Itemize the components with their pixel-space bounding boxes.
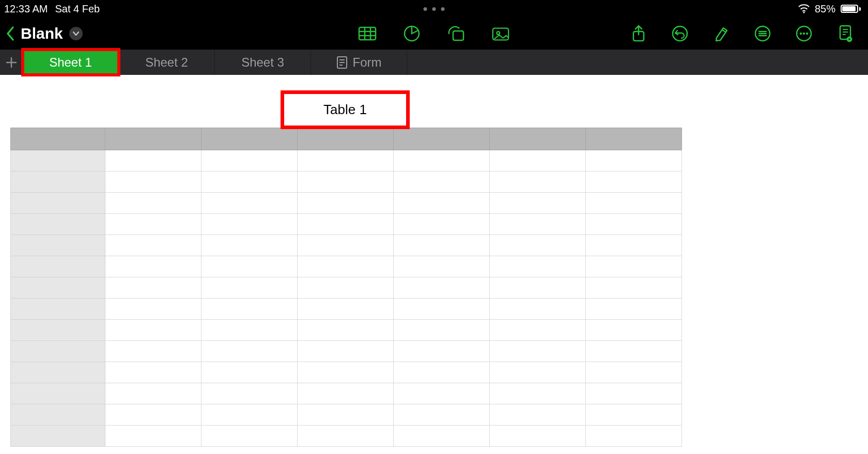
table-corner-cell[interactable] bbox=[11, 128, 105, 150]
cell[interactable] bbox=[586, 256, 682, 277]
cell[interactable] bbox=[298, 214, 394, 235]
cell[interactable] bbox=[202, 235, 298, 256]
cell[interactable] bbox=[202, 404, 298, 426]
row-header[interactable] bbox=[11, 404, 105, 426]
cell[interactable] bbox=[490, 383, 586, 404]
cell[interactable] bbox=[298, 277, 394, 299]
row-header[interactable] bbox=[11, 235, 105, 256]
cell[interactable] bbox=[394, 341, 490, 362]
cell[interactable] bbox=[298, 362, 394, 383]
cell[interactable] bbox=[394, 214, 490, 235]
cell[interactable] bbox=[490, 256, 586, 277]
cell[interactable] bbox=[298, 404, 394, 426]
cell[interactable] bbox=[105, 193, 202, 214]
insert-shape-icon[interactable] bbox=[447, 24, 466, 43]
insert-table-icon[interactable] bbox=[358, 24, 377, 43]
cell[interactable] bbox=[394, 235, 490, 256]
cell[interactable] bbox=[298, 426, 394, 447]
cell[interactable] bbox=[490, 320, 586, 341]
cell[interactable] bbox=[298, 256, 394, 277]
cell[interactable] bbox=[105, 150, 202, 171]
more-icon[interactable] bbox=[795, 24, 813, 43]
row-header[interactable] bbox=[11, 320, 105, 341]
cell[interactable] bbox=[105, 404, 202, 426]
cell[interactable] bbox=[105, 362, 202, 383]
cell[interactable] bbox=[105, 341, 202, 362]
cell[interactable] bbox=[586, 150, 682, 171]
cell[interactable] bbox=[394, 404, 490, 426]
cell[interactable] bbox=[202, 277, 298, 299]
cell[interactable] bbox=[490, 235, 586, 256]
cell[interactable] bbox=[298, 171, 394, 193]
share-icon[interactable] bbox=[629, 24, 648, 43]
cell[interactable] bbox=[105, 235, 202, 256]
cell[interactable] bbox=[298, 193, 394, 214]
row-header[interactable] bbox=[11, 277, 105, 299]
cell[interactable] bbox=[490, 426, 586, 447]
cell[interactable] bbox=[202, 299, 298, 320]
sheet-tab-1[interactable]: Sheet 1 bbox=[23, 50, 119, 75]
cell[interactable] bbox=[298, 150, 394, 171]
column-header[interactable] bbox=[586, 128, 682, 150]
row-header[interactable] bbox=[11, 150, 105, 171]
cell[interactable] bbox=[394, 383, 490, 404]
cell[interactable] bbox=[394, 193, 490, 214]
row-header[interactable] bbox=[11, 383, 105, 404]
cell[interactable] bbox=[586, 320, 682, 341]
document-title-group[interactable]: Blank bbox=[21, 25, 83, 42]
cell[interactable] bbox=[202, 362, 298, 383]
table-title[interactable]: Table 1 bbox=[281, 90, 410, 129]
cell[interactable] bbox=[202, 383, 298, 404]
cell[interactable] bbox=[298, 341, 394, 362]
multitasking-dots[interactable] bbox=[424, 7, 445, 11]
cell[interactable] bbox=[202, 193, 298, 214]
cell[interactable] bbox=[202, 320, 298, 341]
cell[interactable] bbox=[586, 362, 682, 383]
spreadsheet-table[interactable] bbox=[10, 128, 682, 447]
row-header[interactable] bbox=[11, 426, 105, 447]
show-activity-icon[interactable] bbox=[836, 24, 855, 43]
add-sheet-button[interactable] bbox=[0, 50, 23, 75]
cell[interactable] bbox=[394, 277, 490, 299]
cell[interactable] bbox=[394, 150, 490, 171]
cell[interactable] bbox=[490, 277, 586, 299]
cell[interactable] bbox=[202, 256, 298, 277]
cell[interactable] bbox=[586, 341, 682, 362]
cell[interactable] bbox=[394, 299, 490, 320]
cell[interactable] bbox=[490, 150, 586, 171]
row-header[interactable] bbox=[11, 341, 105, 362]
row-header[interactable] bbox=[11, 193, 105, 214]
cell[interactable] bbox=[586, 383, 682, 404]
insert-chart-icon[interactable] bbox=[402, 24, 421, 43]
cell[interactable] bbox=[586, 235, 682, 256]
cell[interactable] bbox=[105, 277, 202, 299]
column-header[interactable] bbox=[490, 128, 586, 150]
cell[interactable] bbox=[105, 426, 202, 447]
spreadsheet-canvas[interactable]: Table 1 bbox=[0, 75, 868, 454]
cell[interactable] bbox=[490, 362, 586, 383]
cell[interactable] bbox=[105, 214, 202, 235]
cell[interactable] bbox=[105, 171, 202, 193]
undo-icon[interactable] bbox=[671, 24, 689, 43]
row-header[interactable] bbox=[11, 299, 105, 320]
column-header[interactable] bbox=[202, 128, 298, 150]
cell[interactable] bbox=[298, 299, 394, 320]
cell[interactable] bbox=[202, 426, 298, 447]
cell[interactable] bbox=[202, 150, 298, 171]
cell[interactable] bbox=[394, 320, 490, 341]
cell[interactable] bbox=[105, 320, 202, 341]
cell[interactable] bbox=[586, 193, 682, 214]
sheet-tab-form[interactable]: Form bbox=[311, 50, 407, 75]
sheet-tab-3[interactable]: Sheet 3 bbox=[215, 50, 311, 75]
column-header[interactable] bbox=[105, 128, 202, 150]
column-header[interactable] bbox=[394, 128, 490, 150]
cell[interactable] bbox=[490, 404, 586, 426]
cell[interactable] bbox=[586, 277, 682, 299]
cell[interactable] bbox=[298, 235, 394, 256]
cell[interactable] bbox=[394, 426, 490, 447]
cell[interactable] bbox=[490, 299, 586, 320]
row-header[interactable] bbox=[11, 256, 105, 277]
cell[interactable] bbox=[202, 214, 298, 235]
cell[interactable] bbox=[298, 320, 394, 341]
format-icon[interactable] bbox=[712, 24, 731, 43]
